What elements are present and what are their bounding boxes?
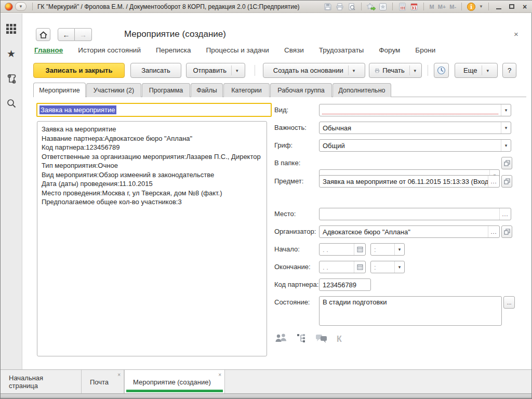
- favorites-star-icon[interactable]: ★: [5, 47, 18, 60]
- svg-text:i: i: [470, 4, 472, 10]
- tab-participants[interactable]: Участники (2): [86, 83, 141, 97]
- end-time-combobox[interactable]: :▾: [370, 261, 405, 273]
- state-select-button[interactable]: ...: [503, 296, 515, 309]
- favorites-icon[interactable]: [378, 2, 388, 11]
- partner-code-field[interactable]: 123456789: [319, 278, 371, 291]
- navlink-correspondence[interactable]: Переписка: [156, 46, 191, 54]
- memory-m-minus-button[interactable]: M-: [448, 4, 457, 10]
- save-icon[interactable]: [323, 2, 333, 11]
- print-button[interactable]: Печать▾: [369, 63, 422, 78]
- info-dropdown-icon[interactable]: ▼: [478, 4, 484, 9]
- program-structure-icon[interactable]: [296, 333, 307, 345]
- help-button[interactable]: ?: [502, 63, 516, 78]
- clock-icon: [437, 66, 446, 75]
- navlink-bookings[interactable]: Брони: [415, 46, 435, 54]
- menu-grid-icon[interactable]: [5, 22, 18, 35]
- svg-text:31: 31: [411, 5, 417, 10]
- titlebar-actions: 31 M M+ M- i ▼ ×: [323, 2, 530, 11]
- place-select-button[interactable]: ...: [499, 208, 511, 220]
- history-navigation: ← →: [58, 28, 92, 41]
- state-field[interactable]: В стадии подготовки: [319, 296, 502, 326]
- dropdown-icon[interactable]: ▾: [394, 261, 404, 273]
- classification-combobox[interactable]: Общий▾: [319, 139, 511, 152]
- forum-chat-icon[interactable]: [315, 333, 328, 345]
- history-icon[interactable]: [5, 72, 18, 85]
- print-icon[interactable]: [335, 2, 345, 11]
- form-toolbar: Записать и закрыть Записать Отправить▾ С…: [23, 63, 529, 78]
- forward-button[interactable]: →: [75, 28, 92, 41]
- dropdown-icon[interactable]: ▾: [501, 140, 511, 151]
- participants-icon[interactable]: [274, 333, 288, 345]
- save-and-close-button[interactable]: Записать и закрыть: [33, 63, 125, 78]
- tab-event[interactable]: Мероприятие: [33, 83, 86, 97]
- toolbar-divider: [428, 65, 428, 76]
- minimize-button[interactable]: [493, 2, 504, 11]
- memory-m-button[interactable]: M: [428, 4, 435, 10]
- tab-categories[interactable]: Категории: [223, 83, 270, 97]
- calendar-icon[interactable]: 31: [409, 2, 419, 11]
- event-name-input[interactable]: Заявка на мероприятие: [36, 103, 272, 117]
- create-based-on-button[interactable]: Создать на основании▾: [263, 63, 365, 78]
- navlink-main[interactable]: Главное: [34, 46, 63, 54]
- home-button[interactable]: [36, 28, 50, 41]
- navlink-state-history[interactable]: История состояний: [78, 46, 141, 54]
- organizer-field[interactable]: Адвокатское бюро "Аплана" ...: [319, 225, 500, 238]
- bottom-tab-mail[interactable]: Почта ×: [82, 370, 124, 394]
- open-windows-tabbar: Начальная страница Почта × Мероприятие (…: [1, 369, 531, 393]
- navlink-processes-tasks[interactable]: Процессы и задачи: [206, 46, 269, 54]
- organizer-select-button[interactable]: ...: [488, 226, 499, 237]
- form-window: ← → Мероприятие (создание) × Главное Ист…: [23, 14, 529, 369]
- system-menu-button[interactable]: ▼: [15, 2, 26, 11]
- folder-open-button[interactable]: [501, 157, 512, 169]
- navlink-forum[interactable]: Форум: [379, 46, 400, 54]
- close-button[interactable]: ×: [519, 2, 530, 11]
- bottom-tab-home[interactable]: Начальная страница: [1, 370, 82, 394]
- maximize-button[interactable]: [506, 2, 517, 11]
- active-tab-indicator: [126, 390, 223, 392]
- navlink-links[interactable]: Связи: [284, 46, 304, 54]
- open-icon: [504, 160, 510, 166]
- titlebar-divider: [392, 3, 393, 10]
- field-label-subject: Предмет:: [274, 175, 303, 188]
- organizer-open-button[interactable]: [501, 225, 512, 238]
- info-icon[interactable]: i: [466, 2, 476, 11]
- importance-combobox[interactable]: Обычная▾: [319, 122, 511, 134]
- tab-files[interactable]: Файлы: [191, 83, 223, 97]
- start-time-combobox[interactable]: :▾: [370, 243, 405, 256]
- k-letter-icon[interactable]: К: [337, 335, 342, 344]
- tab-additional[interactable]: Дополнительно: [332, 83, 391, 97]
- tab-program[interactable]: Программа: [142, 83, 190, 97]
- calculator-icon[interactable]: [397, 2, 407, 11]
- subject-open-button[interactable]: [501, 175, 512, 188]
- print-preview-icon[interactable]: [347, 2, 357, 11]
- start-date-field[interactable]: . .: [319, 243, 366, 256]
- send-button[interactable]: Отправить▾: [186, 63, 245, 78]
- tab-close-icon[interactable]: ×: [117, 373, 121, 378]
- start-date-calendar-button[interactable]: [354, 244, 365, 255]
- subject-select-button[interactable]: ...: [488, 176, 499, 187]
- end-date-calendar-button[interactable]: [354, 261, 365, 273]
- form-close-icon[interactable]: ×: [514, 30, 518, 38]
- page-title: Мероприятие (создание): [124, 29, 226, 39]
- back-button[interactable]: ←: [58, 28, 75, 41]
- subject-field[interactable]: Заявка на мероприятие от 06.11.2015 15:1…: [319, 175, 500, 188]
- add-to-favorites-icon[interactable]: [366, 2, 376, 11]
- titlebar-divider: [361, 3, 362, 10]
- tab-close-icon[interactable]: ×: [218, 373, 221, 378]
- event-description-textarea[interactable]: Заявка на мероприятие Название партнера:…: [37, 121, 267, 356]
- end-date-field[interactable]: . .: [319, 261, 366, 273]
- more-button[interactable]: Еще▾: [455, 63, 498, 78]
- dropdown-icon[interactable]: ▾: [501, 122, 511, 134]
- dropdown-icon[interactable]: ▾: [394, 244, 404, 255]
- tab-working-group[interactable]: Рабочая группа: [270, 83, 332, 97]
- place-field[interactable]: ...: [319, 208, 511, 220]
- memory-m-plus-button[interactable]: M+: [437, 4, 447, 10]
- navlink-labor-costs[interactable]: Трудозатраты: [319, 46, 364, 54]
- save-button[interactable]: Записать: [130, 63, 181, 78]
- search-icon[interactable]: [5, 97, 18, 110]
- kind-combobox[interactable]: ▾: [319, 104, 511, 116]
- selected-text: Заявка на мероприятие: [39, 105, 116, 114]
- bottom-tab-event[interactable]: Мероприятие (создание) ×: [124, 370, 225, 394]
- dropdown-icon[interactable]: ▾: [501, 104, 511, 116]
- reminder-clock-button[interactable]: [434, 63, 449, 78]
